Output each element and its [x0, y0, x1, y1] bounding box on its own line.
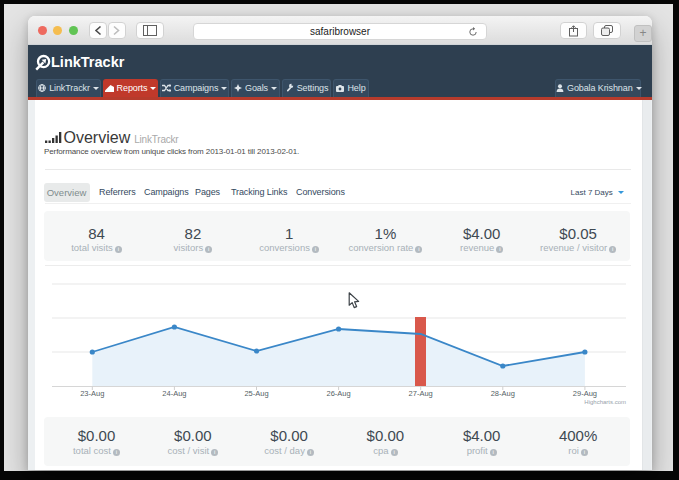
- svg-text:26-Aug: 26-Aug: [327, 389, 351, 398]
- svg-text:28-Aug: 28-Aug: [491, 389, 515, 398]
- svg-text:23-Aug: 23-Aug: [80, 389, 104, 398]
- svg-text:Highcharts.com: Highcharts.com: [584, 399, 626, 405]
- svg-text:25-Aug: 25-Aug: [244, 389, 268, 398]
- svg-text:27-Aug: 27-Aug: [409, 389, 433, 398]
- svg-text:24-Aug: 24-Aug: [162, 389, 186, 398]
- svg-text:29-Aug: 29-Aug: [573, 389, 597, 398]
